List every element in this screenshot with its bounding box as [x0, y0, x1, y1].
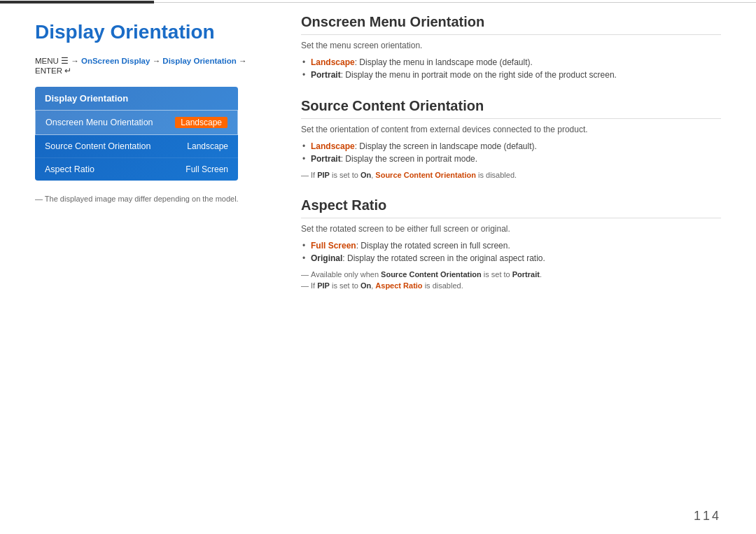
breadcrumb-arrow3: →: [239, 57, 247, 65]
aspect-note1-source: Source Content Orientation: [381, 270, 482, 279]
bullet-original: Original: Display the rotated screen in …: [301, 252, 721, 265]
bullet-landscape-source: Landscape: Display the screen in landsca…: [301, 140, 721, 153]
bullet-portrait-source-text: : Display the screen in portrait mode.: [341, 154, 477, 164]
section-source-content: Source Content Orientation Set the orien…: [301, 98, 721, 181]
bullet-landscape-source-text: : Display the screen in landscape mode (…: [355, 141, 537, 151]
menu-item-source-value: Landscape: [187, 141, 228, 151]
section-onscreen-title: Onscreen Menu Orientation: [301, 14, 721, 35]
breadcrumb-menu-label: MENU: [35, 57, 59, 65]
breadcrumb-link2: Display Orientation: [162, 57, 236, 65]
section-source-bullets: Landscape: Display the screen in landsca…: [301, 140, 721, 165]
source-note: If PIP is set to On, Source Content Orie…: [301, 169, 721, 181]
section-onscreen-desc: Set the menu screen orientation.: [301, 41, 721, 50]
section-onscreen-menu: Onscreen Menu Orientation Set the menu s…: [301, 14, 721, 81]
breadcrumb-link1: OnScreen Display: [81, 57, 150, 65]
source-note-highlight: Source Content Orientation: [375, 171, 476, 179]
section-aspect-bullets: Full Screen: Display the rotated screen …: [301, 239, 721, 265]
source-note-pip: PIP: [317, 171, 330, 179]
breadcrumb: MENU ☰ → OnScreen Display → Display Orie…: [35, 56, 273, 76]
menu-item-source-label: Source Content Orientation: [45, 141, 150, 151]
bullet-original-highlight: Original: [311, 253, 342, 263]
aspect-note2: If PIP is set to On, Aspect Ratio is dis…: [301, 280, 721, 291]
section-source-title: Source Content Orientation: [301, 98, 721, 119]
bullet-portrait-menu-highlight: Portrait: [311, 70, 341, 80]
bullet-original-text: : Display the rotated screen in the orig…: [342, 253, 545, 263]
aspect-note2-on: On: [360, 281, 371, 290]
aspect-note2-pip: PIP: [317, 281, 330, 290]
source-note-on: On: [360, 171, 371, 179]
page-title: Display Orientation: [35, 21, 273, 43]
menu-box: Display Orientation Onscreen Menu Orient…: [35, 87, 238, 181]
bullet-fullscreen-text: : Display the rotated screen in full scr…: [356, 241, 510, 251]
aspect-note2-highlight: Aspect Ratio: [375, 281, 422, 290]
breadcrumb-arrow1: →: [71, 57, 79, 65]
menu-item-aspect-value: Full Screen: [186, 164, 228, 174]
right-panel: Onscreen Menu Orientation Set the menu s…: [301, 14, 721, 513]
bullet-fullscreen-highlight: Full Screen: [311, 241, 356, 251]
page-number: 114: [694, 509, 721, 524]
section-onscreen-bullets: Landscape: Display the menu in landscape…: [301, 56, 721, 81]
breadcrumb-enter-icon: ↵: [64, 66, 71, 75]
top-bar-right-line: [154, 2, 756, 3]
bullet-portrait-menu-text: : Display the menu in portrait mode on t…: [341, 70, 617, 80]
bullet-landscape-source-highlight: Landscape: [311, 141, 355, 151]
aspect-note1: Available only when Source Content Orien…: [301, 269, 721, 280]
breadcrumb-menu-icon: ☰: [61, 57, 71, 65]
section-aspect-title: Aspect Ratio: [301, 197, 721, 218]
breadcrumb-enter: ENTER: [35, 66, 62, 75]
top-bar-left-accent: [0, 1, 154, 3]
bullet-landscape-menu-text: : Display the menu in landscape mode (de…: [355, 57, 533, 67]
bullet-portrait-menu: Portrait: Display the menu in portrait m…: [301, 69, 721, 81]
bullet-portrait-source: Portrait: Display the screen in portrait…: [301, 153, 721, 165]
menu-item-onscreen-value: Landscape: [175, 117, 227, 128]
left-panel: Display Orientation MENU ☰ → OnScreen Di…: [35, 14, 273, 513]
aspect-note1-portrait: Portrait: [512, 270, 540, 279]
menu-item-onscreen-label: Onscreen Menu Orientation: [46, 118, 153, 127]
breadcrumb-arrow2: →: [153, 57, 163, 65]
bullet-portrait-source-highlight: Portrait: [311, 154, 341, 164]
menu-item-aspect-label: Aspect Ratio: [45, 164, 94, 174]
menu-box-title: Display Orientation: [35, 87, 238, 110]
section-aspect-ratio: Aspect Ratio Set the rotated screen to b…: [301, 197, 721, 291]
menu-item-onscreen[interactable]: Onscreen Menu Orientation Landscape: [35, 110, 238, 135]
bullet-landscape-menu: Landscape: Display the menu in landscape…: [301, 56, 721, 69]
bullet-fullscreen: Full Screen: Display the rotated screen …: [301, 239, 721, 252]
section-aspect-desc: Set the rotated screen to be either full…: [301, 224, 721, 234]
bullet-landscape-menu-highlight: Landscape: [311, 57, 355, 67]
left-panel-note: The displayed image may differ depending…: [35, 195, 273, 203]
top-bar: [0, 0, 756, 4]
menu-item-aspect[interactable]: Aspect Ratio Full Screen: [35, 158, 238, 181]
section-source-desc: Set the orientation of content from exte…: [301, 125, 721, 134]
page-layout: Display Orientation MENU ☰ → OnScreen Di…: [35, 14, 721, 513]
menu-item-source[interactable]: Source Content Orientation Landscape: [35, 135, 238, 158]
